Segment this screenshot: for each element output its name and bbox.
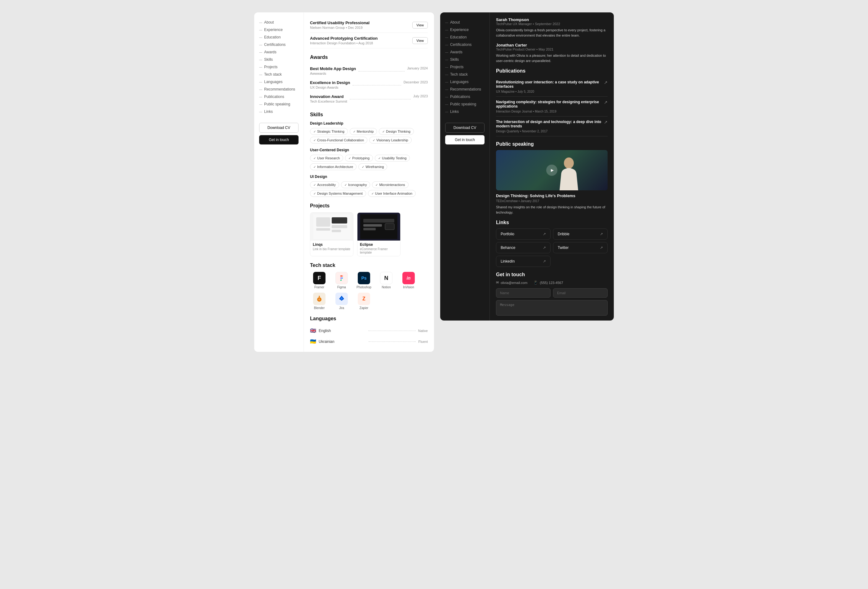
right-sidebar-publications[interactable]: Publications — [445, 93, 484, 100]
right-sidebar-tech-stack[interactable]: Tech stack — [445, 71, 484, 78]
right-sidebar-experience[interactable]: Experience — [445, 26, 484, 34]
right-sidebar-actions: Download CV Get in touch — [445, 123, 484, 145]
skills-tags-3: Accessibility Iconography Microinteracti… — [310, 182, 428, 197]
tech-notion: N Notion — [377, 272, 396, 289]
skill-usability-testing: Usability Testing — [375, 155, 410, 161]
skill-strategic-thinking: Strategic Thinking — [310, 128, 348, 135]
skill-microinteractions: Microinteractions — [372, 182, 408, 188]
jira-label: Jira — [339, 306, 344, 310]
pub-meta-3: Design Quarterly • November 2, 2017 — [496, 130, 604, 133]
email-input[interactable] — [553, 288, 608, 298]
project-img-eclipse — [357, 213, 400, 241]
tech-figma: Figma — [332, 272, 351, 289]
sidebar-item-experience[interactable]: Experience — [259, 26, 298, 34]
svg-point-15 — [564, 158, 574, 169]
left-nav: About Experience Education Certification… — [259, 19, 298, 115]
pub-title-3: The intersection of design and technolog… — [496, 120, 604, 128]
right-sidebar-languages[interactable]: Languages — [445, 78, 484, 86]
rec-name-2: Jonathan Carter — [496, 43, 608, 47]
sidebar-item-languages[interactable]: Languages — [259, 78, 298, 86]
tech-framer: F Framer — [310, 272, 329, 289]
skill-wireframing: Wireframing — [358, 163, 387, 170]
pub-external-icon-3[interactable]: ↗ — [604, 120, 608, 125]
sidebar-item-education[interactable]: Education — [259, 34, 298, 41]
cert-item-1: Certified Usability Professional Nielsen… — [310, 17, 428, 33]
awards-section-title: Awards — [310, 55, 428, 60]
publications-section-title: Publications — [496, 68, 608, 74]
cert-title-2: Advanced Prototyping Certification — [310, 36, 378, 41]
right-sidebar: About Experience Education Certification… — [440, 12, 490, 320]
right-download-cv-button[interactable]: Download CV — [445, 123, 484, 133]
project-card-eclipse[interactable]: Eclipse eCommerce Framer template — [357, 213, 400, 256]
zapier-label: Zapier — [360, 306, 368, 310]
link-behance[interactable]: Behance ↗ — [496, 242, 551, 253]
award-org-1: Awwwards — [310, 72, 356, 75]
cert-view-button-2[interactable]: View — [412, 37, 428, 44]
dribble-label: Dribble — [558, 232, 570, 236]
projects-grid: Linqs Link in bio Framer template Eclips… — [310, 213, 428, 256]
project-card-linqs[interactable]: Linqs Link in bio Framer template — [310, 213, 353, 256]
rec-text-2: Working with Olivia is a pleasure; her a… — [496, 53, 608, 63]
skill-user-research: User Research — [310, 155, 343, 161]
sidebar-item-skills[interactable]: Skills — [259, 56, 298, 63]
svg-rect-7 — [363, 219, 394, 223]
download-cv-button[interactable]: Download CV — [259, 123, 298, 133]
project-img-linqs — [310, 213, 353, 241]
award-org-2: UX Design Awards — [310, 86, 350, 89]
behance-label: Behance — [500, 245, 515, 250]
get-in-touch-button[interactable]: Get in touch — [259, 135, 298, 145]
sidebar-item-recommendations[interactable]: Recommendations — [259, 86, 298, 93]
tech-photoshop: Ps Photoshop — [355, 272, 373, 289]
right-sidebar-awards[interactable]: Awards — [445, 48, 484, 56]
svg-rect-8 — [363, 224, 382, 227]
award-name-2: Excellence in Design — [310, 80, 350, 85]
right-sidebar-projects[interactable]: Projects — [445, 63, 484, 71]
message-textarea[interactable] — [496, 300, 608, 316]
name-input[interactable] — [496, 288, 551, 298]
sidebar-item-tech-stack[interactable]: Tech stack — [259, 71, 298, 78]
links-grid: Portfolio ↗ Dribble ↗ Behance ↗ Twitter … — [496, 229, 608, 267]
link-portfolio[interactable]: Portfolio ↗ — [496, 229, 551, 240]
rec-text-1: Olivia consistently brings a fresh persp… — [496, 28, 608, 38]
project-info-eclipse: Eclipse eCommerce Framer template — [357, 241, 400, 256]
sidebar-actions: Download CV Get in touch — [259, 123, 298, 145]
right-sidebar-education[interactable]: Education — [445, 34, 484, 41]
pub-external-icon-1[interactable]: ↗ — [604, 80, 608, 85]
blender-label: Blender — [314, 306, 325, 310]
right-sidebar-certifications[interactable]: Certifications — [445, 41, 484, 48]
sidebar-item-awards[interactable]: Awards — [259, 48, 298, 56]
link-dribble[interactable]: Dribble ↗ — [553, 229, 608, 240]
svg-rect-1 — [316, 217, 330, 227]
sidebar-item-projects[interactable]: Projects — [259, 63, 298, 71]
lang-english: 🇬🇧 English Native — [310, 325, 428, 336]
right-sidebar-recommendations[interactable]: Recommendations — [445, 86, 484, 93]
right-sidebar-links[interactable]: Links — [445, 108, 484, 115]
project-info-linqs: Linqs Link in bio Framer template — [310, 241, 353, 252]
invision-label: InVision — [403, 285, 414, 289]
skill-design-thinking: Design Thinking — [379, 128, 414, 135]
tech-stack-title: Tech stack — [310, 263, 428, 268]
right-sidebar-skills[interactable]: Skills — [445, 56, 484, 63]
email-text: olivia@email.com — [500, 281, 527, 285]
award-item-1: Best Mobile App Design Awwwards January … — [310, 64, 428, 78]
sidebar-item-links[interactable]: Links — [259, 108, 298, 115]
link-linkedin[interactable]: LinkedIn ↗ — [496, 256, 551, 267]
pub-external-icon-2[interactable]: ↗ — [604, 100, 608, 105]
sidebar-item-about[interactable]: About — [259, 19, 298, 26]
right-sidebar-public-speaking[interactable]: Public speaking — [445, 100, 484, 108]
sidebar-item-certifications[interactable]: Certifications — [259, 41, 298, 48]
ukrainian-flag: 🇺🇦 — [310, 338, 316, 344]
right-get-in-touch-button[interactable]: Get in touch — [445, 135, 484, 145]
cert-view-button-1[interactable]: View — [412, 22, 428, 28]
skills-group-ucd: User-Centered Design User Research Proto… — [310, 148, 428, 170]
portfolio-label: Portfolio — [500, 232, 514, 236]
link-twitter[interactable]: Twitter ↗ — [553, 242, 608, 253]
pub-meta-1: UX Magazine • July 5, 2020 — [496, 90, 604, 93]
sidebar-item-publications[interactable]: Publications — [259, 93, 298, 100]
speaking-video[interactable] — [496, 150, 608, 190]
sidebar-item-public-speaking[interactable]: Public speaking — [259, 100, 298, 108]
contact-form — [496, 288, 608, 316]
play-button[interactable] — [546, 165, 557, 176]
right-sidebar-about[interactable]: About — [445, 19, 484, 26]
zapier-icon: Z — [358, 293, 370, 305]
